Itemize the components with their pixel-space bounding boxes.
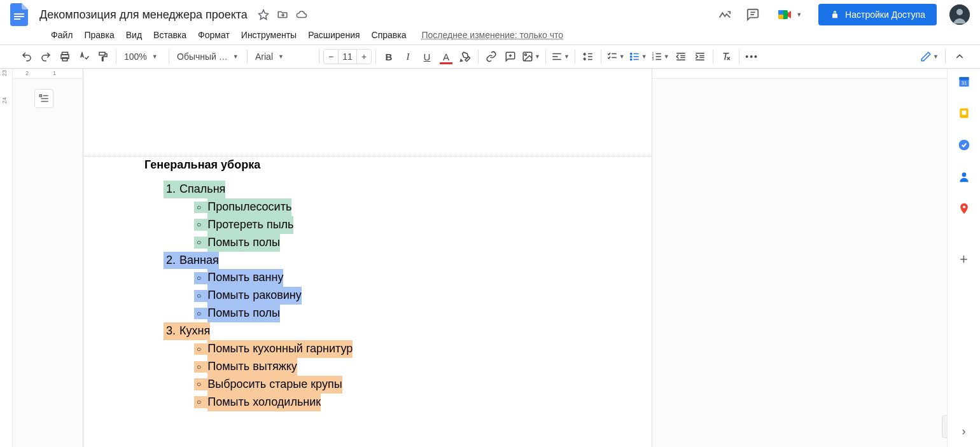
document-title[interactable]: Декомпозиция для менеджера проекта (36, 7, 251, 23)
share-button[interactable]: Настройки Доступа (818, 4, 937, 25)
chevron-down-icon: ▼ (278, 53, 284, 60)
svg-rect-46 (39, 95, 41, 97)
list-item-bulleted[interactable]: ○ Помыть раковину (144, 287, 591, 305)
outline-toggle-button[interactable] (34, 89, 53, 108)
svg-rect-1 (14, 16, 24, 17)
bold-button[interactable]: B (380, 48, 398, 65)
svg-point-27 (630, 56, 631, 57)
font-size-value[interactable]: 11 (338, 50, 357, 64)
document-page[interactable]: Генеральная уборка 1. Спальня○ Пропылесо… (83, 69, 652, 447)
list-item-bulleted[interactable]: ○ Выбросить старые крупы (144, 376, 591, 394)
document-heading[interactable]: Генеральная уборка (144, 158, 591, 172)
svg-point-9 (956, 9, 963, 15)
undo-button[interactable] (18, 48, 36, 65)
numbered-list-button[interactable]: 123▼ (650, 48, 671, 65)
font-size-decrease[interactable]: − (324, 52, 338, 62)
chevron-down-icon: ▼ (535, 53, 540, 60)
activity-icon[interactable] (717, 7, 732, 22)
toolbar: 100%▼ Обычный …▼ Arial▼ − 11 + B I U A ▼… (0, 45, 980, 69)
list-item-bulleted[interactable]: ○ Помыть вытяжку (144, 358, 591, 376)
more-tools-button[interactable]: ••• (743, 48, 761, 65)
redo-button[interactable] (37, 48, 55, 65)
italic-button[interactable]: I (399, 48, 417, 65)
svg-point-26 (630, 53, 631, 54)
menu-view[interactable]: Вид (121, 27, 147, 43)
keep-icon[interactable] (958, 107, 970, 120)
svg-rect-7 (778, 10, 783, 15)
maps-icon[interactable] (958, 202, 970, 215)
menu-format[interactable]: Формат (193, 27, 235, 43)
checklist-button[interactable]: ▼ (605, 48, 626, 65)
print-button[interactable] (56, 48, 74, 65)
svg-text:31: 31 (961, 80, 966, 86)
clear-formatting-button[interactable] (717, 48, 735, 65)
svg-point-17 (525, 54, 527, 56)
move-icon[interactable] (277, 9, 288, 20)
text-color-button[interactable]: A (437, 48, 455, 65)
align-button[interactable]: ▼ (550, 48, 571, 65)
menu-file[interactable]: Файл (46, 27, 78, 43)
cloud-status-icon[interactable] (296, 9, 307, 20)
svg-rect-51 (959, 77, 969, 79)
avatar[interactable] (949, 4, 970, 25)
insert-image-button[interactable]: ▼ (521, 48, 542, 65)
spellcheck-button[interactable] (75, 48, 93, 65)
svg-rect-54 (962, 111, 966, 115)
menu-tools[interactable]: Инструменты (236, 27, 302, 43)
svg-rect-13 (99, 52, 105, 55)
decrease-indent-button[interactable] (672, 48, 690, 65)
paint-format-button[interactable] (94, 48, 112, 65)
chevron-down-icon: ▼ (564, 53, 570, 60)
chevron-down-icon: ▼ (619, 53, 625, 60)
collapse-toolbar-button[interactable] (951, 48, 969, 65)
collapse-sidepanel-button[interactable]: › (962, 425, 966, 438)
last-modified[interactable]: Последнее изменение: только что (421, 30, 563, 40)
font-select[interactable]: Arial▼ (251, 48, 315, 65)
menu-edit[interactable]: Правка (79, 27, 119, 43)
list-item-bulleted[interactable]: ○ Протереть пыль (144, 216, 591, 234)
menu-insert[interactable]: Вставка (148, 27, 192, 43)
highlight-color-button[interactable] (456, 48, 474, 65)
menubar: Файл Правка Вид Вставка Формат Инструмен… (0, 25, 980, 45)
editing-mode-button[interactable]: ▼ (919, 48, 940, 65)
chevron-down-icon: ▼ (796, 11, 802, 18)
chevron-down-icon: ▼ (233, 53, 239, 60)
comments-icon[interactable] (745, 7, 760, 22)
svg-rect-2 (14, 18, 20, 20)
paragraph-style-select[interactable]: Обычный …▼ (173, 48, 243, 65)
vertical-ruler: 2324 (0, 69, 13, 447)
chevron-down-icon: ▼ (641, 53, 647, 60)
underline-button[interactable]: U (418, 48, 436, 65)
zoom-select[interactable]: 100%▼ (120, 48, 165, 65)
contacts-icon[interactable] (958, 170, 970, 183)
list-item-bulleted[interactable]: ○ Помыть кухонный гарнитур (144, 340, 591, 358)
line-spacing-button[interactable] (579, 48, 597, 65)
insert-link-button[interactable] (482, 48, 500, 65)
add-addon-button[interactable]: + (958, 253, 970, 266)
star-icon[interactable] (258, 9, 269, 20)
svg-point-56 (962, 172, 966, 177)
bulleted-list-button[interactable]: ▼ (627, 48, 648, 65)
side-panel: 31 + › (947, 69, 980, 447)
list-item-bulleted[interactable]: ○ Помыть полы (144, 305, 591, 322)
font-size-increase[interactable]: + (357, 52, 371, 62)
increase-indent-button[interactable] (691, 48, 709, 65)
menu-extensions[interactable]: Расширения (303, 27, 365, 43)
list-item-bulleted[interactable]: ○ Пропылесосить (144, 198, 591, 216)
docs-logo[interactable] (8, 3, 31, 26)
list-item-bulleted[interactable]: ○ Помыть ванну (144, 269, 591, 287)
list-item-numbered[interactable]: 3. Кухня (144, 322, 591, 340)
add-comment-button[interactable] (501, 48, 519, 65)
list-item-bulleted[interactable]: ○ Помыть холодильник (144, 394, 591, 411)
list-item-bulleted[interactable]: ○ Помыть полы (144, 234, 591, 252)
tasks-icon[interactable] (958, 139, 970, 151)
menu-help[interactable]: Справка (367, 27, 412, 43)
meet-button[interactable]: ▼ (773, 6, 806, 24)
svg-rect-0 (14, 13, 24, 15)
list-item-numbered[interactable]: 2. Ванная (144, 252, 591, 270)
share-button-label: Настройки Доступа (845, 10, 925, 20)
calendar-icon[interactable]: 31 (958, 75, 970, 88)
list-item-numbered[interactable]: 1. Спальня (144, 181, 591, 198)
chevron-down-icon: ▼ (152, 53, 158, 60)
chevron-down-icon: ▼ (664, 53, 669, 60)
